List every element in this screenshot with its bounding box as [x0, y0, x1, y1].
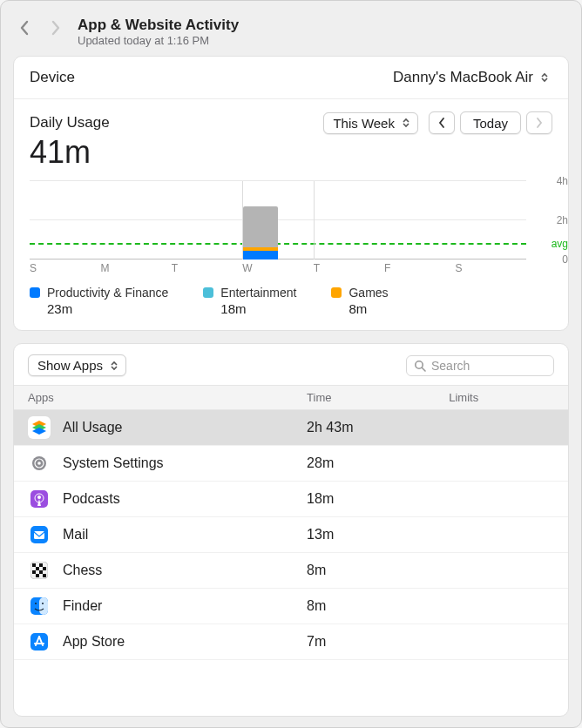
col-limits[interactable]: Limits [449, 391, 554, 404]
updown-icon [110, 361, 118, 371]
y-tick: 0 [562, 253, 568, 266]
app-icon [28, 523, 51, 546]
svg-rect-26 [30, 633, 48, 650]
swatch-icon [203, 287, 213, 298]
app-time: 8m [307, 563, 449, 578]
svg-point-9 [37, 495, 41, 499]
svg-point-25 [42, 603, 44, 604]
svg-rect-15 [39, 563, 43, 567]
table-row[interactable]: Podcasts18m [14, 482, 568, 517]
total-usage-time: 41m [14, 134, 568, 174]
app-icon [28, 559, 51, 582]
range-select[interactable]: This Week [323, 112, 418, 134]
x-axis-labels: S M T W T F S [30, 260, 526, 274]
apps-table-header: Apps Time Limits [14, 385, 568, 410]
svg-point-7 [37, 462, 41, 465]
app-icon [28, 630, 51, 653]
device-select[interactable]: Danny's MacBook Air [393, 69, 552, 86]
svg-rect-23 [39, 597, 48, 615]
prev-day-button[interactable] [429, 111, 455, 134]
today-button[interactable]: Today [460, 111, 521, 134]
y-tick: 2h [557, 214, 568, 226]
y-tick: 4h [557, 175, 568, 187]
table-row[interactable]: Chess8m [14, 553, 568, 589]
swatch-icon [331, 287, 342, 298]
swatch-icon [30, 287, 40, 298]
col-apps[interactable]: Apps [28, 391, 307, 404]
daily-usage-label: Daily Usage [30, 114, 110, 131]
app-icon [28, 488, 51, 510]
updown-icon [540, 72, 549, 83]
show-apps-select[interactable]: Show Apps [28, 354, 126, 376]
app-time: 28m [307, 455, 449, 471]
back-button[interactable] [18, 18, 30, 37]
device-label: Device [30, 69, 75, 86]
device-value: Danny's MacBook Air [393, 69, 533, 86]
svg-rect-20 [36, 574, 39, 577]
svg-rect-16 [36, 567, 39, 570]
svg-rect-19 [39, 570, 43, 574]
svg-marker-4 [32, 428, 46, 435]
app-name: Finder [63, 598, 307, 614]
svg-rect-14 [32, 563, 36, 567]
svg-rect-12 [34, 531, 44, 539]
svg-rect-21 [43, 574, 46, 577]
titlebar: App & Website Activity Updated today at … [13, 11, 569, 56]
screen-time-activity-window: App & Website Activity Updated today at … [0, 0, 582, 728]
apps-table-body: All Usage2h 43mSystem Settings28mPodcast… [14, 410, 568, 716]
table-row[interactable]: Finder8m [14, 589, 568, 624]
apps-panel: Show Apps Apps Time Limits All Usage2h 4… [13, 343, 569, 717]
col-time[interactable]: Time [307, 391, 449, 404]
app-icon [28, 416, 51, 439]
svg-rect-17 [43, 567, 46, 570]
app-name: App Store [63, 634, 307, 650]
app-name: Chess [63, 563, 307, 578]
app-name: Mail [63, 527, 307, 543]
app-time: 2h 43m [307, 420, 449, 435]
table-row[interactable]: Mail13m [14, 517, 568, 553]
app-name: System Settings [63, 455, 307, 471]
svg-rect-18 [32, 570, 36, 574]
table-row[interactable]: App Store7m [14, 624, 568, 660]
app-time: 13m [307, 527, 449, 543]
svg-line-1 [423, 367, 426, 371]
app-name: All Usage [63, 420, 307, 435]
app-icon [28, 595, 51, 617]
range-value: This Week [333, 116, 395, 131]
legend-item-productivity: Productivity & Finance 23m [30, 286, 168, 316]
app-name: Podcasts [63, 491, 307, 507]
table-row[interactable]: System Settings28m [14, 446, 568, 482]
app-time: 18m [307, 491, 449, 507]
search-icon [414, 360, 426, 372]
page-title: App & Website Activity [78, 17, 239, 34]
search-input[interactable] [431, 359, 546, 373]
avg-label: avg [552, 238, 568, 250]
svg-point-24 [35, 603, 37, 604]
updown-icon [402, 118, 410, 128]
app-time: 7m [307, 634, 449, 650]
usage-chart: 4h 2h avg 0 S M T W T F S [14, 174, 568, 279]
app-time: 8m [307, 598, 449, 614]
table-row[interactable]: All Usage2h 43m [14, 410, 568, 446]
legend-item-games: Games 8m [331, 286, 388, 316]
app-icon [28, 452, 51, 475]
legend-item-entertainment: Entertainment 18m [203, 286, 296, 316]
forward-button[interactable] [50, 18, 62, 37]
next-day-button[interactable] [526, 111, 552, 134]
usage-panel: Device Danny's MacBook Air Daily Usage T… [13, 56, 569, 331]
bar-wednesday [243, 206, 278, 260]
page-subtitle: Updated today at 1:16 PM [78, 34, 239, 47]
chart-legend: Productivity & Finance 23m Entertainment… [14, 279, 568, 330]
search-field[interactable] [406, 355, 554, 376]
